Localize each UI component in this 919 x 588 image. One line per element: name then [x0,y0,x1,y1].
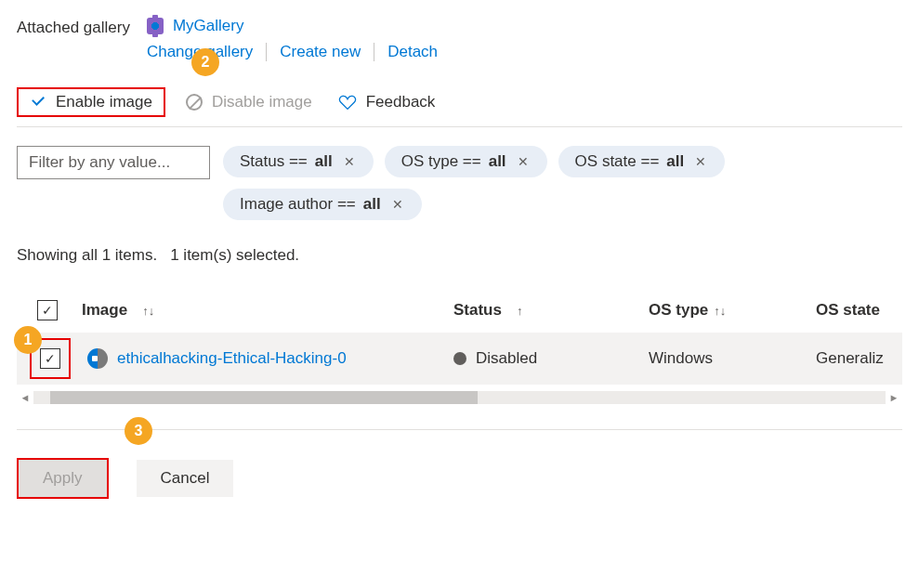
showing-count: Showing all 1 items. [17,246,157,265]
disable-image-label: Disable image [212,93,312,111]
close-icon[interactable]: ✕ [340,154,359,169]
filter-pill-ostype[interactable]: OS type == all ✕ [385,146,547,177]
feedback-label: Feedback [366,93,436,111]
pill-value: all [666,152,684,171]
pill-value: all [489,152,506,171]
pill-label: OS type == [401,152,481,171]
horizontal-scrollbar[interactable]: ◄ ► [17,390,902,405]
create-new-link[interactable]: Create new [267,43,374,61]
enable-image-button[interactable]: Enable image [17,87,165,117]
scroll-left-icon[interactable]: ◄ [17,392,33,403]
pill-label: Status == [240,152,308,171]
check-icon [30,94,46,111]
filter-input[interactable] [17,146,210,179]
col-label: Status [453,301,502,320]
column-header-ostype[interactable]: OS type↑↓ [649,301,816,320]
pill-label: Image author == [240,195,356,214]
close-icon[interactable]: ✕ [691,154,710,169]
vm-image-icon [87,348,108,369]
col-label: OS type [649,301,708,319]
filter-pill-osstate[interactable]: OS state == all ✕ [558,146,726,177]
column-header-image[interactable]: Image↑↓ [82,301,453,320]
apply-button[interactable]: Apply [17,458,109,499]
filter-pill-status[interactable]: Status == all ✕ [223,146,374,177]
ostype-text: Windows [649,349,816,368]
feedback-button[interactable]: Feedback [325,87,449,117]
annotation-badge-2: 2 [191,48,219,76]
pill-label: OS state == [575,152,660,171]
annotation-badge-1: 1 [14,326,42,354]
sort-icon: ↑↓ [142,304,154,318]
prohibit-icon [186,94,203,111]
gallery-name-link[interactable]: MyGallery [173,17,244,35]
sort-asc-icon: ↑ [517,304,523,318]
detach-link[interactable]: Detach [374,43,451,61]
osstate-text: Generaliz [816,349,918,368]
scroll-thumb[interactable] [50,391,478,404]
status-dot-icon [453,352,466,365]
status-text: Disabled [476,349,537,368]
cancel-button[interactable]: Cancel [137,460,234,497]
scroll-right-icon[interactable]: ► [886,392,902,403]
selected-count: 1 item(s) selected. [170,246,299,265]
enable-image-label: Enable image [56,93,152,111]
disable-image-button: Disable image [173,87,325,117]
annotation-badge-3: 3 [125,417,152,445]
image-name-link[interactable]: ethicalhacking-Ethical-Hacking-0 [117,349,347,368]
sort-icon: ↑↓ [714,304,726,318]
heart-icon [338,94,357,111]
filter-pill-author[interactable]: Image author == all ✕ [223,189,422,220]
row-checkbox[interactable] [40,348,60,369]
close-icon[interactable]: ✕ [514,154,532,169]
column-header-osstate[interactable]: OS state [816,301,918,320]
attached-gallery-label: Attached gallery [17,17,130,37]
select-all-checkbox[interactable] [37,300,58,320]
col-label: OS state [816,301,880,319]
col-label: Image [82,301,127,320]
pill-value: all [315,152,333,171]
close-icon[interactable]: ✕ [388,197,407,212]
gallery-icon [147,18,164,34]
pill-value: all [363,195,381,214]
column-header-status[interactable]: Status↑ [453,301,649,320]
table-row[interactable]: ethicalhacking-Ethical-Hacking-0 Disable… [17,333,902,385]
